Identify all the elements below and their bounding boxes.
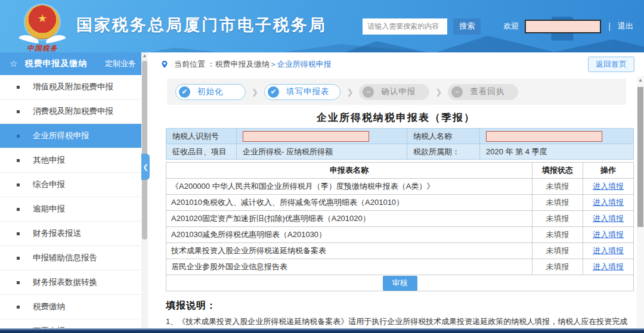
content-scrollbar[interactable]: ▲ xyxy=(637,76,644,329)
sidebar-item-consumption-tax[interactable]: 消费税及附加税费申报 xyxy=(0,99,148,124)
logo: ★ 中国税务 xyxy=(17,5,68,52)
taxpayer-name-label: 纳税人名称 xyxy=(407,129,480,144)
audit-button[interactable]: 审核 xyxy=(383,276,417,291)
search-input[interactable] xyxy=(363,18,447,35)
scroll-up-icon[interactable]: ▲ xyxy=(141,53,148,58)
logo-caption: 中国税务 xyxy=(17,43,68,52)
status-badge: 未填报 xyxy=(532,259,583,275)
sidebar-item-corporate-income-tax[interactable]: 企业所得税申报 xyxy=(0,124,148,148)
check-circle-icon: ✔ xyxy=(179,86,190,98)
sidebar-item-label: 税费缴纳 xyxy=(33,301,65,312)
sidebar-item-label: 其他申报 xyxy=(33,155,65,166)
bullet-icon xyxy=(17,281,20,284)
scroll-up-icon[interactable]: ▲ xyxy=(637,77,644,83)
taxpayer-id-label: 纳税人识别号 xyxy=(166,129,237,144)
content-scroll-thumb[interactable] xyxy=(637,87,643,227)
sidebar-collapse-handle[interactable]: ❮ xyxy=(141,154,150,180)
step-initialize: ✔ 初始化 xyxy=(175,84,246,100)
bullet-icon xyxy=(17,86,20,89)
table-row: A201030减免所得税优惠明细表（A201030） 未填报 进入填报 xyxy=(166,227,634,243)
instruction-item-1: 1、《技术成果投资入股企业所得税递延纳税备案表》适用于执行企业所得税技术成果投资… xyxy=(166,316,633,329)
logout-button[interactable]: 退出 xyxy=(618,21,633,32)
col-header-form-name: 申报表名称 xyxy=(166,163,532,179)
step-confirm-declare: − 确认申报 xyxy=(359,84,429,100)
chevron-right-icon: ❯ xyxy=(435,88,442,97)
enter-fill-link[interactable]: 进入填报 xyxy=(593,198,624,207)
window-bottom-edge xyxy=(0,328,644,333)
col-header-status: 填报状态 xyxy=(532,163,583,179)
status-badge: 未填报 xyxy=(532,243,583,259)
search-button[interactable]: 搜索 xyxy=(453,18,481,35)
sidebar-item-financial-data-convert[interactable]: 财务报表数据转换 xyxy=(0,270,148,295)
step-fill-form: ✔ 填写申报表 xyxy=(264,84,341,100)
sidebar-item-comprehensive-declare[interactable]: 综合申报 xyxy=(0,173,148,197)
table-row: A201020固定资产加速折旧(扣除)优惠明细表（A201020） 未填报 进入… xyxy=(166,211,634,227)
taxpayer-info-table: 纳税人识别号 纳税人名称 征收品目、项目 企业所得税- 应纳税所得额 税款所属期… xyxy=(166,128,634,160)
sidebar-item-label: 消费税及附加税费申报 xyxy=(33,106,113,117)
table-row: 《A200000 中华人民共和国企业所得税月（季）度预缴纳税申报表（A类）》 未… xyxy=(166,179,634,195)
bullet-icon xyxy=(17,208,20,211)
enter-fill-link[interactable]: 进入填报 xyxy=(593,246,624,255)
username-redacted xyxy=(525,20,601,33)
bullet-icon xyxy=(17,183,20,186)
taxpayer-name-value xyxy=(480,129,634,144)
levy-item-value: 企业所得税- 应纳税所得额 xyxy=(237,144,407,160)
levy-item-label: 征收品目、项目 xyxy=(166,144,237,160)
sidebar-header[interactable]: ☆ 税费申报及缴纳 定制业务 xyxy=(0,52,148,75)
sidebar-item-tax-payment[interactable]: 税费缴纳 xyxy=(0,295,148,319)
sidebar-title: 税费申报及缴纳 xyxy=(24,58,87,69)
breadcrumb-current-link[interactable]: ＞企业所得税申报 xyxy=(270,59,332,70)
sidebar-item-other-declare[interactable]: 其他申报 xyxy=(0,148,148,173)
enter-fill-link[interactable]: 进入填报 xyxy=(593,182,624,191)
bullet-icon xyxy=(17,159,20,162)
site-title: 国家税务总局厦门市电子税务局 xyxy=(76,14,327,36)
chevron-right-icon: ❯ xyxy=(252,88,258,97)
custom-business-link[interactable]: 定制业务 xyxy=(105,58,136,69)
taxpayer-name-redacted xyxy=(486,131,602,142)
filling-instructions: 填报说明： 1、《技术成果投资入股企业所得税递延纳税备案表》适用于执行企业所得税… xyxy=(166,300,633,329)
table-row: 居民企业参股外国企业信息报告表 未填报 进入填报 xyxy=(166,259,634,275)
sidebar-item-label: 财务报表报送 xyxy=(33,228,81,239)
step-view-receipt: − 查看回执 xyxy=(448,84,518,100)
minus-circle-icon: − xyxy=(451,86,463,98)
breadcrumb-parent: 税费申报及缴纳 xyxy=(215,59,270,70)
minus-circle-icon: − xyxy=(363,86,374,98)
bullet-icon xyxy=(17,232,20,235)
enter-fill-link[interactable]: 进入填报 xyxy=(593,214,624,223)
star-icon: ☆ xyxy=(10,58,17,69)
sidebar: ☆ 税费申报及缴纳 定制业务 增值税及附加税费申报 消费税及附加税费申报 企业所… xyxy=(0,52,148,333)
sidebar-item-label: 逾期申报 xyxy=(33,204,65,214)
status-badge: 未填报 xyxy=(532,211,583,227)
instructions-title: 填报说明： xyxy=(166,300,633,312)
emblem-ribbon-decor xyxy=(19,33,66,43)
table-row: A201010免税收入、减计收入、所得减免等优惠明细表（A201010） 未填报… xyxy=(166,195,634,211)
progress-steps: ✔ 初始化 ❯ ✔ 填写申报表 ❯ − 确认申报 ❯ − 查看回执 xyxy=(167,79,626,105)
report-forms-table: 申报表名称 填报状态 操作 《A200000 中华人民共和国企业所得税月（季）度… xyxy=(166,162,634,291)
status-badge: 未填报 xyxy=(532,179,583,195)
enter-fill-link[interactable]: 进入填报 xyxy=(593,262,624,271)
sidebar-scrollbar[interactable]: ▲ xyxy=(141,52,148,333)
sidebar-item-vat[interactable]: 增值税及附加税费申报 xyxy=(0,75,148,99)
taxpayer-id-redacted xyxy=(243,131,369,142)
bullet-icon xyxy=(17,306,20,309)
bullet-icon xyxy=(17,110,20,113)
status-badge: 未填报 xyxy=(532,227,583,243)
sidebar-item-overdue-declare[interactable]: 逾期申报 xyxy=(0,197,148,222)
location-pin-icon xyxy=(161,61,168,68)
status-badge: 未填报 xyxy=(532,195,583,211)
bullet-icon xyxy=(17,257,20,260)
form-title: 企业所得税纳税申报表（季报） xyxy=(148,111,644,125)
sidebar-scroll-thumb[interactable] xyxy=(142,61,147,239)
sidebar-item-aux-info-report[interactable]: 申报辅助信息报告 xyxy=(0,246,148,270)
welcome-label: 欢迎 xyxy=(503,21,519,32)
sidebar-item-financial-report[interactable]: 财务报表报送 xyxy=(0,222,148,246)
table-header-row: 申报表名称 填报状态 操作 xyxy=(166,163,634,179)
back-home-button[interactable]: 返回首页 xyxy=(588,57,634,72)
breadcrumb-prefix: 当前位置 ： xyxy=(174,59,215,70)
bullet-icon xyxy=(17,135,20,138)
enter-fill-link[interactable]: 进入填报 xyxy=(593,230,624,239)
audit-row: 审核 xyxy=(166,275,634,291)
chevron-right-icon: ❯ xyxy=(346,88,353,97)
sidebar-item-label: 申报辅助信息报告 xyxy=(33,253,97,263)
sidebar-item-label: 财务报表数据转换 xyxy=(33,277,97,288)
